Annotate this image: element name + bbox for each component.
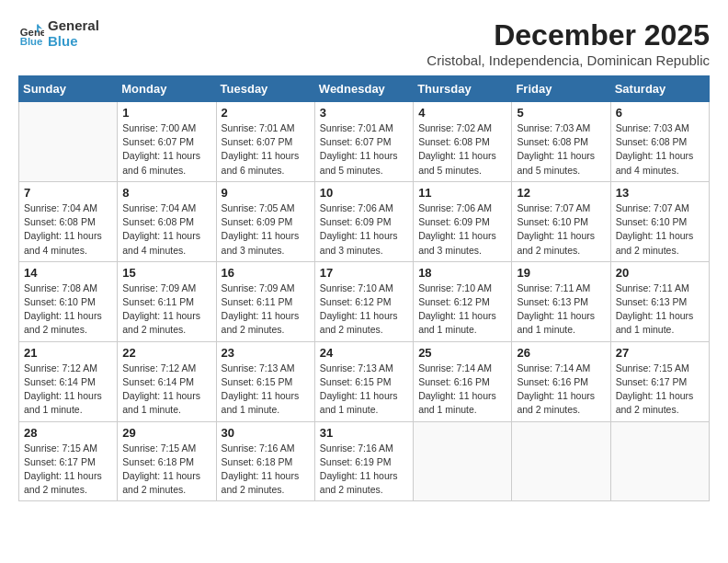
day-number: 9 [222,186,310,200]
logo: General Blue General Blue [18,18,99,49]
day-info: Sunrise: 7:13 AMSunset: 6:15 PMDaylight:… [320,362,408,418]
day-number: 16 [222,266,310,280]
calendar-cell: 31Sunrise: 7:16 AMSunset: 6:19 PMDayligh… [314,421,413,501]
calendar-cell: 3Sunrise: 7:01 AMSunset: 6:07 PMDaylight… [314,102,413,182]
calendar-cell: 16Sunrise: 7:09 AMSunset: 6:11 PMDayligh… [216,261,314,341]
day-number: 24 [320,346,408,360]
day-info: Sunrise: 7:12 AMSunset: 6:14 PMDaylight:… [122,362,210,418]
day-number: 31 [320,426,408,440]
calendar-cell: 19Sunrise: 7:11 AMSunset: 6:13 PMDayligh… [512,261,610,341]
calendar-cell [610,421,709,501]
day-number: 6 [616,106,704,120]
calendar-cell [512,421,610,501]
day-info: Sunrise: 7:06 AMSunset: 6:09 PMDaylight:… [418,201,506,258]
calendar-table: SundayMondayTuesdayWednesdayThursdayFrid… [18,75,710,501]
calendar-cell: 20Sunrise: 7:11 AMSunset: 6:13 PMDayligh… [610,261,709,341]
calendar-cell: 21Sunrise: 7:12 AMSunset: 6:14 PMDayligh… [19,341,118,421]
day-info: Sunrise: 7:00 AMSunset: 6:07 PMDaylight:… [122,121,210,178]
calendar-cell: 11Sunrise: 7:06 AMSunset: 6:09 PMDayligh… [414,181,512,261]
day-number: 10 [320,186,408,200]
calendar-week-4: 21Sunrise: 7:12 AMSunset: 6:14 PMDayligh… [19,341,710,421]
day-info: Sunrise: 7:14 AMSunset: 6:16 PMDaylight:… [517,362,605,418]
day-info: Sunrise: 7:14 AMSunset: 6:16 PMDaylight:… [418,362,506,418]
logo-general-text: General [48,18,99,34]
day-info: Sunrise: 7:01 AMSunset: 6:07 PMDaylight:… [222,121,310,178]
day-number: 11 [418,186,506,200]
calendar-cell: 6Sunrise: 7:03 AMSunset: 6:08 PMDaylight… [610,102,709,182]
day-number: 18 [418,266,506,280]
day-info: Sunrise: 7:16 AMSunset: 6:18 PMDaylight:… [222,442,310,498]
day-info: Sunrise: 7:15 AMSunset: 6:17 PMDaylight:… [24,442,112,498]
calendar-cell [414,421,512,501]
calendar-header-tuesday: Tuesday [216,76,314,102]
calendar-cell: 15Sunrise: 7:09 AMSunset: 6:11 PMDayligh… [118,261,216,341]
day-info: Sunrise: 7:09 AMSunset: 6:11 PMDaylight:… [122,282,210,338]
day-info: Sunrise: 7:16 AMSunset: 6:19 PMDaylight:… [320,442,408,498]
day-info: Sunrise: 7:08 AMSunset: 6:10 PMDaylight:… [24,282,112,338]
day-info: Sunrise: 7:11 AMSunset: 6:13 PMDaylight:… [517,282,605,338]
calendar-header-sunday: Sunday [19,76,118,102]
title-block: December 2025 Cristobal, Independencia, … [427,18,710,68]
day-number: 3 [320,106,408,120]
calendar-header-wednesday: Wednesday [314,76,413,102]
day-number: 28 [24,426,112,440]
day-info: Sunrise: 7:10 AMSunset: 6:12 PMDaylight:… [418,282,506,338]
day-number: 12 [517,186,605,200]
calendar-cell: 23Sunrise: 7:13 AMSunset: 6:15 PMDayligh… [216,341,314,421]
calendar-cell: 8Sunrise: 7:04 AMSunset: 6:08 PMDaylight… [118,181,216,261]
day-info: Sunrise: 7:04 AMSunset: 6:08 PMDaylight:… [122,201,210,258]
calendar-cell: 12Sunrise: 7:07 AMSunset: 6:10 PMDayligh… [512,181,610,261]
day-info: Sunrise: 7:05 AMSunset: 6:09 PMDaylight:… [222,201,310,258]
calendar-header-thursday: Thursday [414,76,512,102]
calendar-cell: 26Sunrise: 7:14 AMSunset: 6:16 PMDayligh… [512,341,610,421]
logo-blue-text: Blue [48,34,99,50]
calendar-cell: 24Sunrise: 7:13 AMSunset: 6:15 PMDayligh… [314,341,413,421]
day-info: Sunrise: 7:06 AMSunset: 6:09 PMDaylight:… [320,201,408,258]
day-number: 14 [24,266,112,280]
day-number: 2 [222,106,310,120]
calendar-cell [19,102,118,182]
day-number: 17 [320,266,408,280]
calendar-cell: 10Sunrise: 7:06 AMSunset: 6:09 PMDayligh… [314,181,413,261]
calendar-week-2: 7Sunrise: 7:04 AMSunset: 6:08 PMDaylight… [19,181,710,261]
calendar-header-saturday: Saturday [610,76,709,102]
day-info: Sunrise: 7:02 AMSunset: 6:08 PMDaylight:… [418,121,506,178]
day-info: Sunrise: 7:15 AMSunset: 6:17 PMDaylight:… [616,362,704,418]
day-info: Sunrise: 7:15 AMSunset: 6:18 PMDaylight:… [122,442,210,498]
logo-icon: General Blue [18,21,44,47]
day-info: Sunrise: 7:03 AMSunset: 6:08 PMDaylight:… [517,121,605,178]
calendar-cell: 9Sunrise: 7:05 AMSunset: 6:09 PMDaylight… [216,181,314,261]
day-number: 8 [122,186,210,200]
day-info: Sunrise: 7:10 AMSunset: 6:12 PMDaylight:… [320,282,408,338]
calendar-cell: 13Sunrise: 7:07 AMSunset: 6:10 PMDayligh… [610,181,709,261]
day-number: 26 [517,346,605,360]
calendar-header-friday: Friday [512,76,610,102]
day-info: Sunrise: 7:11 AMSunset: 6:13 PMDaylight:… [616,282,704,338]
calendar-cell: 7Sunrise: 7:04 AMSunset: 6:08 PMDaylight… [19,181,118,261]
day-number: 15 [122,266,210,280]
svg-text:Blue: Blue [20,36,43,47]
day-number: 22 [122,346,210,360]
day-number: 27 [616,346,704,360]
calendar-cell: 4Sunrise: 7:02 AMSunset: 6:08 PMDaylight… [414,102,512,182]
calendar-cell: 27Sunrise: 7:15 AMSunset: 6:17 PMDayligh… [610,341,709,421]
day-number: 13 [616,186,704,200]
calendar-week-5: 28Sunrise: 7:15 AMSunset: 6:17 PMDayligh… [19,421,710,501]
calendar-cell: 30Sunrise: 7:16 AMSunset: 6:18 PMDayligh… [216,421,314,501]
location: Cristobal, Independencia, Dominican Repu… [427,52,710,68]
calendar-cell: 2Sunrise: 7:01 AMSunset: 6:07 PMDaylight… [216,102,314,182]
calendar-cell: 17Sunrise: 7:10 AMSunset: 6:12 PMDayligh… [314,261,413,341]
day-info: Sunrise: 7:13 AMSunset: 6:15 PMDaylight:… [222,362,310,418]
day-info: Sunrise: 7:09 AMSunset: 6:11 PMDaylight:… [222,282,310,338]
calendar-cell: 22Sunrise: 7:12 AMSunset: 6:14 PMDayligh… [118,341,216,421]
day-number: 4 [418,106,506,120]
day-number: 23 [222,346,310,360]
day-info: Sunrise: 7:12 AMSunset: 6:14 PMDaylight:… [24,362,112,418]
day-info: Sunrise: 7:07 AMSunset: 6:10 PMDaylight:… [616,201,704,258]
calendar-cell: 25Sunrise: 7:14 AMSunset: 6:16 PMDayligh… [414,341,512,421]
calendar-cell: 28Sunrise: 7:15 AMSunset: 6:17 PMDayligh… [19,421,118,501]
day-info: Sunrise: 7:07 AMSunset: 6:10 PMDaylight:… [517,201,605,258]
calendar-week-1: 1Sunrise: 7:00 AMSunset: 6:07 PMDaylight… [19,102,710,182]
calendar-week-3: 14Sunrise: 7:08 AMSunset: 6:10 PMDayligh… [19,261,710,341]
calendar-cell: 14Sunrise: 7:08 AMSunset: 6:10 PMDayligh… [19,261,118,341]
